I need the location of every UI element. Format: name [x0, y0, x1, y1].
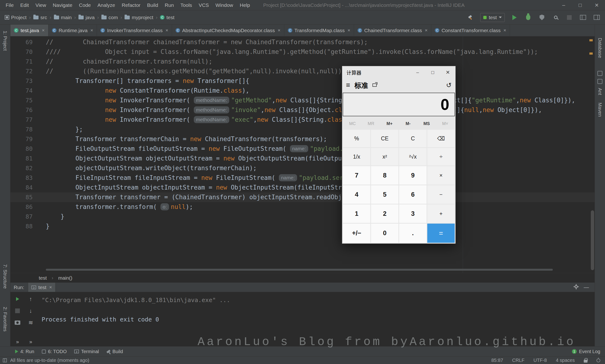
close-button[interactable]: × — [589, 0, 605, 10]
calc-key-6[interactable]: 6 — [399, 185, 426, 204]
tool-strip-maven[interactable]: Maven — [597, 103, 603, 117]
menu-analyze[interactable]: Analyze — [94, 0, 118, 10]
indent-setting[interactable]: 4 spaces — [556, 358, 575, 363]
hamburger-menu-icon[interactable]: ≡ — [346, 81, 350, 89]
calc-key-clear-entry[interactable]: CE — [371, 130, 399, 147]
run-button[interactable] — [511, 13, 518, 22]
settings-gear-icon[interactable] — [573, 284, 579, 291]
menu-refactor[interactable]: Refactor — [118, 0, 144, 10]
calc-key-divide[interactable]: ÷ — [427, 148, 455, 166]
tool-strip-icon[interactable] — [597, 71, 602, 76]
menu-run[interactable]: Run — [161, 0, 177, 10]
calc-key-sqrt[interactable]: ²√x — [399, 148, 426, 166]
menu-window[interactable]: Window — [212, 0, 237, 10]
run-tab[interactable]: test × — [28, 283, 55, 292]
calc-key-percent[interactable]: % — [343, 130, 370, 147]
tool-strip-icon[interactable] — [597, 79, 602, 84]
toolwindow-button-todo[interactable]: 6: TODO — [38, 347, 70, 357]
tab-AbstractInputCheckedMapDecorator.class[interactable]: CAbstractInputCheckedMapDecorator.class× — [172, 25, 284, 36]
toolwindow-switcher-icon[interactable] — [3, 358, 7, 362]
memory-button-M˅[interactable]: M˅ — [436, 118, 455, 129]
stop-button[interactable] — [565, 13, 573, 22]
debug-button[interactable] — [524, 13, 532, 22]
tool-strip-database[interactable]: Database — [597, 38, 603, 58]
calc-key-4[interactable]: 4 — [343, 185, 370, 204]
horizontal-scrollbar[interactable] — [46, 269, 585, 271]
calc-key-2[interactable]: 2 — [371, 205, 399, 223]
keep-on-top-icon[interactable] — [373, 83, 377, 87]
menu-build[interactable]: Build — [144, 0, 161, 10]
memory-button-M+[interactable]: M+ — [380, 118, 399, 129]
calc-key-plus[interactable]: + — [427, 205, 455, 223]
hide-stripe-chevron[interactable]: » — [27, 339, 34, 345]
down-stack-icon[interactable]: ↓ — [27, 308, 34, 314]
breadcrumb-item-java[interactable]: java — [78, 14, 95, 21]
build-hammer-icon[interactable] — [466, 13, 475, 22]
breadcrumb-item-src[interactable]: src — [33, 14, 48, 21]
error-stripe-mark[interactable] — [589, 52, 593, 55]
inspections-icon[interactable] — [596, 359, 600, 362]
caret-position[interactable]: 85:87 — [491, 358, 503, 363]
memory-button-MR[interactable]: MR — [362, 118, 381, 129]
lock-icon[interactable] — [584, 360, 588, 363]
memory-button-MS[interactable]: MS — [417, 118, 436, 129]
stop-console-button[interactable] — [14, 308, 21, 314]
vertical-scrollbar[interactable] — [591, 210, 594, 270]
calc-key-7[interactable]: 7 — [343, 166, 370, 185]
menu-edit[interactable]: Edit — [17, 0, 32, 10]
hide-stripe-chevron[interactable]: » — [14, 339, 21, 345]
tab-ChainedTransformer.class[interactable]: CChainedTransformer.class× — [354, 25, 431, 36]
menu-help[interactable]: Help — [237, 0, 253, 10]
calc-minimize-button[interactable]: – — [410, 66, 425, 78]
close-icon[interactable]: × — [49, 285, 52, 290]
error-stripe-mark[interactable] — [589, 39, 593, 41]
breadcrumb-item-com[interactable]: com — [101, 14, 118, 21]
line-ending[interactable]: CRLF — [512, 358, 524, 363]
tab-ConstantTransformer.class[interactable]: CConstantTransformer.class× — [431, 25, 510, 36]
up-stack-icon[interactable]: ↑ — [27, 296, 34, 302]
tab-TransformedMap.class[interactable]: CTransformedMap.class× — [284, 25, 354, 36]
close-icon[interactable]: × — [166, 28, 168, 33]
hide-panel-icon[interactable]: — — [584, 284, 589, 290]
breadcrumb-method[interactable]: main() — [58, 275, 73, 281]
calc-key-negate[interactable]: +/− — [343, 224, 370, 243]
calc-key-backspace[interactable]: ⌫ — [427, 130, 455, 147]
menu-tools[interactable]: Tools — [177, 0, 195, 10]
toolwindow-button-run[interactable]: 4: Run — [11, 347, 38, 357]
menu-file[interactable]: File — [2, 0, 17, 10]
close-icon[interactable]: × — [42, 28, 45, 33]
toolwindow-button-build[interactable]: Build — [103, 347, 127, 357]
code-editor[interactable]: 69// ChainedTransformer chainedTransform… — [10, 36, 595, 273]
menu-vcs[interactable]: VCS — [195, 0, 212, 10]
layout-left-icon[interactable] — [579, 13, 587, 22]
calc-key-8[interactable]: 8 — [371, 166, 399, 185]
memory-button-M-[interactable]: M- — [399, 118, 418, 129]
tab-InvokerTransformer.class[interactable]: CInvokerTransformer.class× — [97, 25, 172, 36]
close-icon[interactable]: × — [503, 28, 506, 33]
calc-key-multiply[interactable]: × — [427, 166, 455, 185]
calculator-title-bar[interactable]: 计算器 – □ × — [342, 66, 455, 78]
tool-strip-ant[interactable]: Ant — [597, 88, 603, 95]
breadcrumb-item-myproject[interactable]: myproject — [124, 14, 154, 21]
close-icon[interactable]: × — [90, 28, 93, 33]
tool-strip-structure[interactable]: 7: Structure — [2, 264, 8, 289]
calc-close-button[interactable]: × — [440, 66, 455, 78]
calc-maximize-button[interactable]: □ — [425, 66, 440, 78]
calc-key-square[interactable]: x² — [371, 148, 399, 166]
minimize-button[interactable]: – — [555, 0, 572, 10]
layout-right-icon[interactable] — [593, 13, 601, 22]
close-icon[interactable]: × — [278, 28, 281, 33]
calc-key-9[interactable]: 9 — [399, 166, 426, 185]
calc-key-5[interactable]: 5 — [371, 185, 399, 204]
breadcrumb-item-Project[interactable]: Project — [4, 14, 27, 21]
soft-wrap-icon[interactable]: ≋ — [27, 319, 34, 326]
maximize-button[interactable]: □ — [572, 0, 589, 10]
memory-button-MC[interactable]: MC — [343, 118, 362, 129]
menu-view[interactable]: View — [32, 0, 49, 10]
calc-key-clear[interactable]: C — [399, 130, 426, 147]
calc-key-minus[interactable]: − — [427, 185, 455, 204]
screenshot-icon[interactable] — [14, 319, 21, 326]
calc-key-3[interactable]: 3 — [399, 205, 426, 223]
coverage-button[interactable] — [538, 13, 546, 22]
calc-key-1[interactable]: 1 — [343, 205, 370, 223]
